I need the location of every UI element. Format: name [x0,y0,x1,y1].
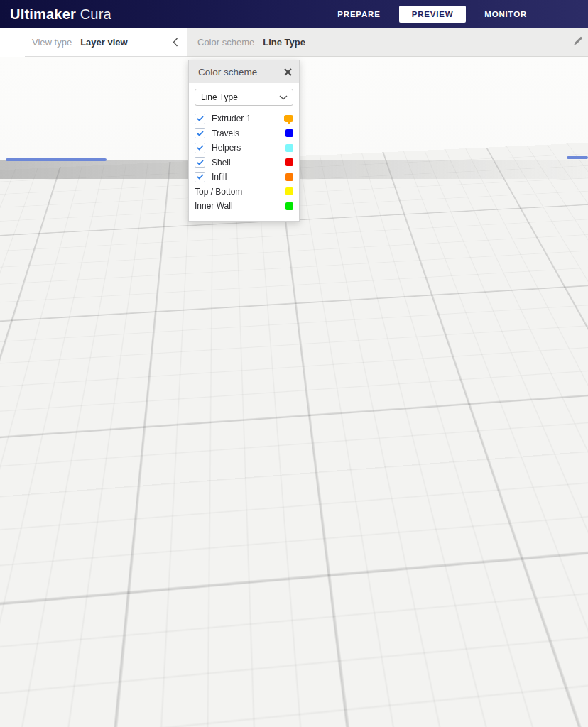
color-swatch [285,173,293,181]
view-right-icon[interactable] [126,707,138,719]
legend-label: Infill [212,172,285,182]
project-name-row: CE3PRO_stringing [31,674,126,687]
play-button[interactable] [280,709,290,721]
move-tool-icon[interactable] [0,288,24,317]
panel-header: Color scheme [189,60,299,83]
legend-row-helpers: Helpers [195,141,293,155]
tab-prepare[interactable]: PREPARE [336,6,381,23]
model-dimensions: 30.0 x 7.0 x 23.0 mm [30,689,113,699]
color-scheme-strip: Color scheme Line Type [187,28,588,57]
path-slider-handle[interactable] [519,709,532,721]
panel-body: Line Type Extruder 1 Travels [189,83,299,221]
object-list-toggle[interactable]: Object list [27,638,80,648]
view-type-value: Layer view [80,37,128,48]
brand-bold: Ultimaker [10,6,76,22]
legend-row-top-bottom: Top / Bottom [195,185,293,199]
edit-pencil-icon[interactable] [573,36,582,48]
legend-row-inner-wall: Inner Wall [195,199,293,214]
dropdown-value: Line Type [201,92,238,102]
view-top-icon[interactable] [79,707,91,719]
app-logo: Ultimaker Cura [10,6,111,23]
tab-preview[interactable]: PREVIEW [399,6,467,23]
legend-label: Inner Wall [195,201,285,211]
stringing-travel-lines [100,288,565,666]
legend-row-infill: Infill [195,170,293,185]
legend-row-extruder1: Extruder 1 [195,111,293,126]
color-swatch [285,158,293,166]
legend-rows: Extruder 1 Travels Helpers Shell [195,111,293,214]
color-swatch [285,202,293,210]
app-header: Ultimaker Cura PREPARE PREVIEW MONITOR [0,0,588,28]
scale-tool-icon[interactable] [0,317,24,346]
color-swatch [285,187,293,195]
view-type-label: View type [32,37,72,48]
legend-row-travels: Travels [195,126,293,141]
color-swatch [285,144,293,152]
camera-view-buttons [32,707,138,719]
checkbox-travels[interactable] [195,128,205,138]
helper-line-mid [152,560,541,562]
view-type-selector[interactable]: View type Layer view [25,28,187,57]
model-cylinder-right [530,273,588,693]
close-icon[interactable] [284,68,292,76]
legend-label: Helpers [212,143,285,153]
view-3d-icon[interactable] [32,707,44,719]
checkbox-extruder1[interactable] [195,114,205,124]
tab-monitor[interactable]: MONITOR [483,6,528,23]
panel-title: Color scheme [198,67,257,77]
extruder-swatch [284,115,293,122]
legend-label: Top / Bottom [195,187,285,197]
object-name-input[interactable] [31,652,137,669]
color-swatch [285,129,293,137]
mirror-tool-icon[interactable] [0,376,24,405]
legend-label: Extruder 1 [212,114,284,124]
color-scheme-label: Color scheme [197,37,254,48]
view-left-icon[interactable] [102,707,114,719]
rotate-tool-icon[interactable] [0,346,24,376]
checkbox-shell[interactable] [195,157,205,168]
per-model-settings-icon[interactable] [0,405,24,434]
rename-pencil-icon[interactable] [31,674,41,687]
travel-line-horizon-right [567,156,588,159]
legend-label: Travels [212,129,285,138]
collapse-chevron-icon[interactable] [173,38,178,47]
support-blocker-icon[interactable] [0,434,24,462]
object-list-label: Object list [40,638,80,648]
legend-label: Shell [212,158,285,168]
brand-light: Cura [80,6,111,22]
color-scheme-value: Line Type [263,37,305,48]
legend-row-shell: Shell [195,155,293,170]
stage-tabs: PREPARE PREVIEW MONITOR [336,0,528,28]
tool-sidebar [0,288,25,463]
project-name: CE3PRO_stringing [48,675,126,686]
stage-bar: View type Layer view Color scheme Line T… [0,28,588,57]
cura-window: Ultimaker Cura PREPARE PREVIEW MONITOR V… [0,0,588,727]
path-slider-track[interactable] [298,714,527,717]
line-type-dropdown[interactable]: Line Type [195,89,293,106]
view-front-icon[interactable] [55,707,67,719]
chevron-down-icon [279,95,288,100]
checkbox-infill[interactable] [195,172,205,182]
color-scheme-panel: Color scheme Line Type Extruder 1 [188,60,300,222]
travel-line-horizon-left [6,158,107,161]
checkbox-helpers[interactable] [195,143,205,153]
